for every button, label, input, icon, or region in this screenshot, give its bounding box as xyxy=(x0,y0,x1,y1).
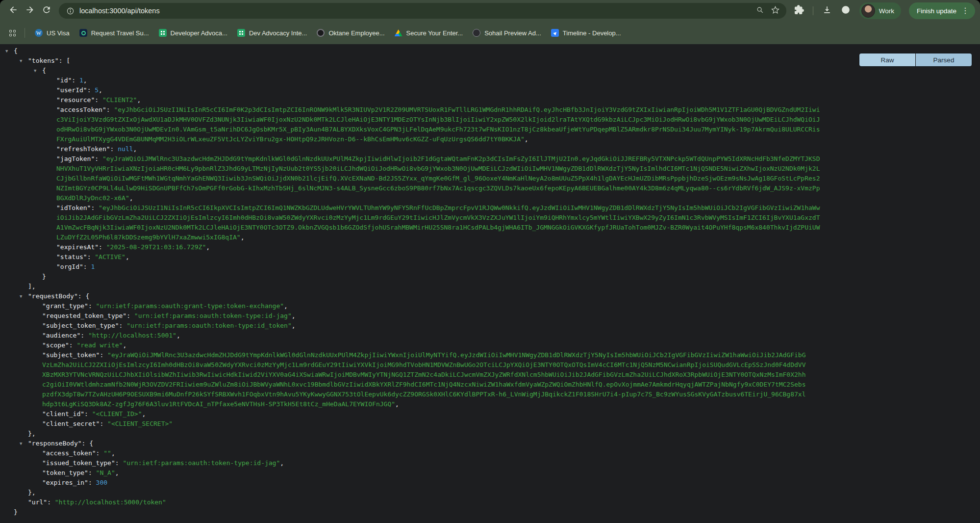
json-line: "token_type": "N_A", xyxy=(0,468,807,478)
json-line: "url": "http://localhost:5000/token" xyxy=(0,497,793,507)
browser-toolbar: localhost:3000/api/tokens Work Fini xyxy=(0,0,980,22)
leaf-icon xyxy=(841,5,851,17)
kebab-menu-icon[interactable]: ⋮ xyxy=(959,7,971,15)
bookmark-item[interactable]: Developer Advoca... xyxy=(154,26,232,39)
toolbar-divider xyxy=(813,6,813,15)
back-button[interactable] xyxy=(6,3,21,18)
json-line: "access_token": "", xyxy=(0,448,807,458)
bookmark-label: Oktane Employee... xyxy=(328,29,384,37)
timeline-favicon-icon xyxy=(551,29,559,37)
back-icon xyxy=(8,5,18,17)
json-line: ▼{ xyxy=(0,66,807,76)
bookmark-label: Request Travel Su... xyxy=(91,29,149,37)
drive-favicon-icon xyxy=(395,29,402,37)
apps-grid-button[interactable] xyxy=(5,26,20,40)
json-line: ▼"responseBody": { xyxy=(0,439,793,448)
json-tree: ▼{▼"tokens": [▼{"id": 1,"userId": 5,"res… xyxy=(0,44,980,517)
page-content: Raw Parsed ▼{▼"tokens": [▼{"id": 1,"user… xyxy=(0,44,980,523)
raw-button[interactable]: Raw xyxy=(859,53,915,66)
download-icon xyxy=(822,5,832,17)
json-line: "idToken": "eyJhbGciOiJSUzI1NiIsInR5cCI6… xyxy=(0,203,821,242)
site-info-icon[interactable] xyxy=(64,4,76,17)
forward-button[interactable] xyxy=(23,3,37,18)
bookmark-item[interactable]: Dev Advocacy Inte... xyxy=(232,26,312,39)
downloads-button[interactable] xyxy=(819,3,835,19)
bookmark-item[interactable]: Timeline - Develop... xyxy=(546,26,626,39)
oktane-favicon-icon xyxy=(317,29,325,37)
wordpress-favicon-icon xyxy=(35,29,43,37)
json-line: "client_secret": "<CLIENT_SECRET>" xyxy=(0,419,807,429)
bookmarks-bar: US VisaRequest Travel Su...Developer Adv… xyxy=(0,22,980,44)
url-text: localhost:3000/api/tokens xyxy=(79,7,756,15)
json-line: "expires_in": 300 xyxy=(0,478,807,488)
sheets-favicon-icon xyxy=(237,29,245,37)
json-line: "refreshToken": null, xyxy=(0,144,821,154)
extensions-puzzle-icon xyxy=(794,5,804,17)
json-line: "accessToken": "eyJhbGciOiJSUzI1NiIsInR5… xyxy=(0,105,821,144)
json-line: ▼{ xyxy=(0,46,779,56)
reload-button[interactable] xyxy=(39,3,54,18)
collapse-toggle-icon[interactable]: ▼ xyxy=(20,439,22,448)
json-line: "subject_token": "eyJraWQiOiJMWlRnc3U3az… xyxy=(0,350,807,409)
parsed-button[interactable]: Parsed xyxy=(915,53,972,66)
json-line: ], xyxy=(0,282,793,291)
json-line: } xyxy=(0,272,807,282)
bookmark-item[interactable]: Request Travel Su... xyxy=(75,26,154,39)
profile-label: Work xyxy=(879,7,894,15)
toolbar-actions: Work Finish update ⋮ xyxy=(791,2,975,19)
bookmark-item[interactable]: US Visa xyxy=(30,26,75,39)
json-line: "orgId": 1 xyxy=(0,262,821,272)
finish-update-label: Finish update xyxy=(917,7,956,15)
bookmarks-divider xyxy=(25,28,25,38)
json-line: "scope": "read write", xyxy=(0,340,807,350)
zoom-icon[interactable] xyxy=(756,6,764,16)
json-line: } xyxy=(0,507,779,517)
bookmark-label: Developer Advoca... xyxy=(171,29,227,37)
sohail-favicon-icon xyxy=(473,29,480,37)
json-line: "id": 1, xyxy=(0,76,821,85)
json-line: ▼"tokens": [ xyxy=(0,56,793,66)
okta-dark-favicon-icon xyxy=(79,29,87,37)
bookmark-item[interactable]: Oktane Employee... xyxy=(312,26,389,39)
json-line: "audience": "http://localhost:5001", xyxy=(0,331,807,340)
json-line: "subject_token_type": "urn:ietf:params:o… xyxy=(0,321,807,331)
json-line: "client_id": "<CLIENT_ID>", xyxy=(0,409,807,419)
json-line: "status": "ACTIVE", xyxy=(0,252,821,262)
json-line: }, xyxy=(0,488,793,497)
profile-button[interactable]: Work xyxy=(859,2,901,19)
apps-grid-icon xyxy=(9,30,16,36)
bookmark-item[interactable]: Secure Your Enter... xyxy=(390,26,468,39)
sheets-favicon-icon xyxy=(159,29,167,37)
collapse-toggle-icon[interactable]: ▼ xyxy=(5,46,8,56)
bookmark-label: Sohail Preview Ad... xyxy=(484,29,541,37)
bookmark-label: Timeline - Develop... xyxy=(563,29,621,37)
json-line: }, xyxy=(0,429,793,439)
collapse-toggle-icon[interactable]: ▼ xyxy=(20,56,22,66)
collapse-toggle-icon[interactable]: ▼ xyxy=(34,66,36,76)
collapse-toggle-icon[interactable]: ▼ xyxy=(20,291,22,301)
bookmark-label: US Visa xyxy=(47,29,70,37)
json-line: "issued_token_type": "urn:ietf:params:oa… xyxy=(0,458,807,468)
url-bar[interactable]: localhost:3000/api/tokens xyxy=(59,3,786,19)
bookmark-item[interactable]: Sohail Preview Ad... xyxy=(468,26,546,39)
json-line: "expiresAt": "2025-08-29T21:03:16.729Z", xyxy=(0,242,821,252)
finish-update-button[interactable]: Finish update ⋮ xyxy=(909,2,975,19)
bookmark-list: US VisaRequest Travel Su...Developer Adv… xyxy=(30,26,626,39)
extensions-button[interactable] xyxy=(791,3,807,19)
bookmark-label: Dev Advocacy Inte... xyxy=(249,29,307,37)
bookmark-star-icon[interactable] xyxy=(771,6,779,16)
json-line: "grant_type": "urn:ietf:params:oauth:gra… xyxy=(0,301,807,311)
forward-icon xyxy=(25,5,35,17)
reload-icon xyxy=(42,5,51,17)
raw-parsed-switcher: Raw Parsed xyxy=(859,53,972,67)
json-line: ▼"requestBody": { xyxy=(0,291,793,301)
performance-button[interactable] xyxy=(838,3,854,19)
bookmark-label: Secure Your Enter... xyxy=(406,29,463,37)
browser-window: localhost:3000/api/tokens Work Fini xyxy=(0,0,980,523)
avatar xyxy=(861,4,875,18)
json-line: "jagToken": "eyJraWQiOiJMWlRnc3U3azdwcHd… xyxy=(0,154,821,203)
json-line: "resource": "CLIENT2", xyxy=(0,95,821,105)
json-line: "userId": 5, xyxy=(0,85,821,95)
json-line: "requested_token_type": "urn:ietf:params… xyxy=(0,311,807,321)
